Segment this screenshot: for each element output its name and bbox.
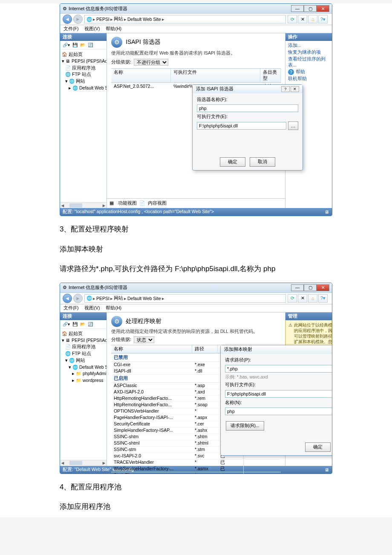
action-restore[interactable]: 恢复为继承的项 bbox=[288, 49, 329, 55]
tree-sites[interactable]: 网站 bbox=[76, 78, 85, 85]
col-exe[interactable]: 可执行文件 bbox=[171, 69, 260, 82]
back-button[interactable]: ◄ bbox=[63, 14, 72, 24]
status-text: 配置: "localhost" applicationHost.config ,… bbox=[63, 209, 214, 215]
breadcrumb[interactable]: 🌐▸ PEPSI▸ 网站▸ Default Web Site▸ bbox=[84, 15, 286, 23]
stop-button[interactable]: ✕ bbox=[298, 294, 307, 303]
section-3-line1: 添加脚本映射 bbox=[0, 240, 392, 260]
minimize-button[interactable]: — bbox=[291, 5, 304, 12]
action-add[interactable]: 添加... bbox=[288, 43, 329, 49]
menu-help[interactable]: 帮助(H) bbox=[106, 26, 121, 32]
ok-button[interactable]: 确定 bbox=[305, 442, 331, 452]
request-path-input[interactable] bbox=[225, 365, 332, 373]
tree-default[interactable]: Default Web Site bbox=[79, 85, 107, 92]
dialog-help-button[interactable]: ? bbox=[281, 86, 290, 92]
feature-title: ISAPI 筛选器 bbox=[126, 38, 161, 46]
content-view-tab[interactable]: 内容视图 bbox=[148, 200, 167, 206]
menu-view[interactable]: 视图(V) bbox=[84, 26, 100, 32]
refresh-button[interactable]: ⟳ bbox=[288, 294, 297, 303]
group-select[interactable]: 状态 bbox=[134, 336, 154, 343]
connections-toolbar: 🔗▾ 💾 📂 🔄 bbox=[60, 320, 107, 329]
breadcrumb[interactable]: 🌐▸ PEPSI▸ 网站▸ Default Web Site▸ bbox=[84, 294, 286, 303]
site-icon: 🌐 bbox=[72, 364, 78, 371]
cell-name[interactable]: ASP.Net_2.0.5072... bbox=[111, 83, 171, 90]
help-button[interactable]: ?▾ bbox=[318, 15, 328, 23]
refresh-tree-icon[interactable]: 🔄 bbox=[87, 321, 94, 327]
connect-icon[interactable]: 🔗▾ bbox=[62, 321, 71, 327]
close-button[interactable]: ✕ bbox=[317, 5, 329, 12]
open-icon[interactable]: 📂 bbox=[79, 321, 86, 327]
crumb-1[interactable]: PEPSI bbox=[96, 17, 110, 22]
menu-file[interactable]: 文件(F) bbox=[63, 305, 78, 311]
ok-button[interactable]: 确定 bbox=[220, 157, 245, 167]
crumb-icon: 🌐 bbox=[86, 295, 92, 301]
col-type[interactable]: 条目类型 bbox=[260, 69, 281, 82]
tree-apppool[interactable]: 应用程序池 bbox=[72, 344, 95, 350]
online-help-link[interactable]: 联机帮助 bbox=[288, 76, 329, 82]
tree-wordpress[interactable]: wordpress bbox=[83, 377, 103, 384]
tree-sites[interactable]: 网站 bbox=[76, 357, 85, 364]
home-button[interactable]: ⌂ bbox=[308, 15, 317, 23]
home-icon: 🏠 bbox=[62, 330, 67, 337]
tree-ftp[interactable]: FTP 站点 bbox=[72, 350, 91, 357]
refresh-button[interactable]: ⟳ bbox=[288, 15, 297, 23]
tree-hscroll[interactable]: ◄► bbox=[60, 202, 107, 208]
close-button[interactable]: ✕ bbox=[317, 284, 329, 291]
cancel-button[interactable]: 取消 bbox=[250, 157, 275, 167]
refresh-tree-icon[interactable]: 🔄 bbox=[87, 42, 94, 48]
iis-icon: ⚙ bbox=[63, 285, 67, 290]
crumb-2[interactable]: 网站 bbox=[114, 16, 123, 22]
maximize-button[interactable]: ▢ bbox=[304, 284, 317, 291]
request-restrict-button[interactable]: 请求限制(R)... bbox=[226, 421, 264, 431]
actions-header: 操作 bbox=[285, 33, 332, 41]
action-sortedlist[interactable]: 查看经过排序的列表... bbox=[288, 56, 329, 68]
minimize-button[interactable]: — bbox=[291, 284, 304, 291]
menubar: 文件(F) 视图(V) 帮助(H) bbox=[60, 304, 332, 312]
save-icon[interactable]: 💾 bbox=[72, 321, 78, 327]
table-row[interactable]: TRACEVerbHandler*已 bbox=[111, 460, 281, 466]
tree-apppool[interactable]: 应用程序池 bbox=[72, 65, 95, 72]
browse-button[interactable]: … bbox=[288, 121, 298, 130]
stop-button[interactable]: ✕ bbox=[298, 15, 307, 23]
help-link[interactable]: 帮助 bbox=[296, 69, 305, 75]
filter-exe-input[interactable] bbox=[197, 122, 286, 130]
tree-start[interactable]: 起始页 bbox=[69, 330, 83, 337]
table-row[interactable]: StaticFile* bbox=[111, 472, 281, 474]
tree-ftp[interactable]: FTP 站点 bbox=[72, 71, 91, 78]
sites-icon: 🌐 bbox=[69, 78, 75, 85]
table-row[interactable]: WebServiceHandlerFactory-...*.asmx已 bbox=[111, 466, 281, 472]
section-3-title: 3、配置处理程序映射 bbox=[0, 220, 392, 240]
help-button[interactable]: ?▾ bbox=[318, 294, 328, 303]
open-icon[interactable]: 📂 bbox=[79, 42, 86, 48]
crumb-1[interactable]: PEPSI bbox=[96, 296, 110, 301]
tree-default[interactable]: Default Web Site bbox=[79, 364, 107, 371]
col-name[interactable]: 名称 bbox=[111, 69, 171, 82]
back-button[interactable]: ◄ bbox=[63, 294, 72, 303]
crumb-2[interactable]: 网站 bbox=[114, 295, 123, 301]
menu-view[interactable]: 视图(V) bbox=[84, 305, 100, 311]
connect-icon[interactable]: 🔗▾ bbox=[62, 42, 71, 48]
connections-tree: 🏠起始页 ▾🖥PEPSI (PEPSI\Administrator) 📄应用程序… bbox=[60, 49, 107, 93]
feature-view-tab[interactable]: 功能视图 bbox=[118, 200, 137, 206]
crumb-3[interactable]: Default Web Site bbox=[127, 296, 161, 301]
forward-button[interactable]: ► bbox=[73, 14, 83, 24]
filter-name-input[interactable] bbox=[197, 104, 298, 112]
tree-server[interactable]: PEPSI (PEPSI\Administrator) bbox=[72, 58, 107, 65]
col-name[interactable]: 名称 bbox=[111, 345, 192, 353]
group-select[interactable]: 不进行分组 bbox=[134, 59, 168, 66]
menu-help[interactable]: 帮助(H) bbox=[106, 305, 121, 311]
save-icon[interactable]: 💾 bbox=[72, 42, 78, 48]
tree-server[interactable]: PEPSI (PEPSI\Administrator) bbox=[72, 337, 107, 344]
maximize-button[interactable]: ▢ bbox=[304, 5, 317, 12]
forward-button[interactable]: ► bbox=[73, 294, 83, 303]
dialog-close-button[interactable]: ✕ bbox=[291, 86, 299, 92]
crumb-3[interactable]: Default Web Site bbox=[127, 17, 161, 22]
menu-file[interactable]: 文件(F) bbox=[63, 26, 78, 32]
col-path[interactable]: 路径 bbox=[192, 345, 218, 353]
window-title: Internet 信息服务(IIS)管理器 bbox=[69, 6, 127, 12]
tree-hscroll[interactable]: ◄► bbox=[60, 460, 107, 466]
name-input[interactable] bbox=[225, 408, 332, 415]
tree-phpmyadmin[interactable]: phpMyAdmin bbox=[83, 370, 107, 377]
tree-start[interactable]: 起始页 bbox=[69, 51, 83, 58]
exe-input[interactable] bbox=[225, 390, 332, 398]
home-button[interactable]: ⌂ bbox=[308, 294, 317, 303]
